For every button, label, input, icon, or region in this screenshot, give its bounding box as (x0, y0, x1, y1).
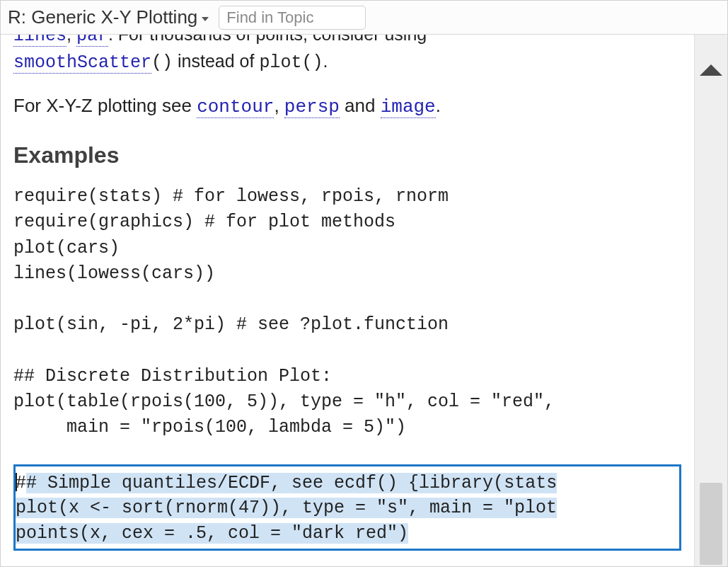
link-par[interactable]: par (76, 35, 108, 47)
xyz-paragraph: For X-Y-Z plotting see contour, persp an… (13, 93, 681, 120)
scrollbar-track[interactable] (694, 35, 727, 566)
xyz-prefix: For X-Y-Z plotting see (13, 95, 197, 116)
text-cursor-icon (16, 473, 17, 491)
topic-title-dropdown[interactable]: R: Generic X-Y Plotting (8, 6, 209, 28)
help-viewer-frame: R: Generic X-Y Plotting lines, par. For … (0, 0, 728, 567)
sel-hash: # (16, 473, 26, 493)
cutoff-paragraph: lines, par. For thousands of points, con… (13, 35, 681, 75)
sep2: and (340, 95, 381, 116)
xyz-suffix: . (436, 95, 441, 116)
sel-line1: # Simple quantiles/ECDF, see ecdf() {lib… (26, 473, 557, 493)
sep1: , (274, 95, 284, 116)
text-period: . (323, 51, 328, 71)
scrollbar-thumb[interactable] (700, 483, 722, 565)
link-lines[interactable]: lines (13, 35, 67, 47)
cutoff-text-frag: . For thousands of points, consider usin… (108, 35, 427, 44)
search-input[interactable] (219, 6, 366, 30)
sel-line3: points(x, cex = .5, col = "dark red") (16, 523, 408, 544)
link-persp[interactable]: persp (284, 96, 340, 118)
selected-code-pre: ## Simple quantiles/ECDF, see ecdf() {li… (16, 469, 678, 546)
link-image[interactable]: image (381, 96, 436, 118)
caret-down-icon (202, 17, 209, 21)
link-contour[interactable]: contour (197, 96, 274, 118)
example-code-block[interactable]: require(stats) # for lowess, rpois, rnor… (13, 184, 681, 441)
topic-title: R: Generic X-Y Plotting (8, 6, 197, 28)
help-content: lines, par. For thousands of points, con… (1, 35, 694, 566)
code-parens: () (151, 52, 173, 73)
code-plot: plot() (259, 52, 323, 73)
header-bar: R: Generic X-Y Plotting (1, 1, 727, 35)
link-smoothscatter[interactable]: smoothScatter (13, 52, 151, 74)
content-row: lines, par. For thousands of points, con… (1, 35, 727, 566)
text-instead: instead of (173, 51, 259, 71)
sel-line2: plot(x <- sort(rnorm(47)), type = "s", m… (16, 498, 557, 518)
scroll-up-arrow-icon[interactable] (700, 64, 722, 76)
selected-code-block[interactable]: ## Simple quantiles/ECDF, see ecdf() {li… (13, 464, 681, 551)
examples-heading: Examples (13, 142, 681, 168)
